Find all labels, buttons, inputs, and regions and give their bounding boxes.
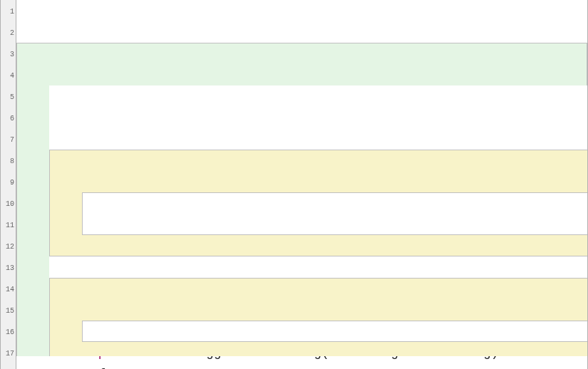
line-number: 6: [1, 108, 16, 130]
line-number: 2: [1, 23, 16, 44]
line-number: 15: [1, 301, 16, 322]
code-line: avdelningar.add(enAvdelning);: [16, 321, 587, 342]
code-line: {: [16, 64, 587, 85]
line-number: 8: [1, 151, 16, 172]
line-number: 16: [1, 322, 16, 343]
line-number-gutter: 1 2 3 4 5 6 7 8 9 10 11 12 13 14 15 16 1…: [1, 0, 16, 369]
code-line: }: [16, 235, 587, 256]
code-line: [16, 256, 587, 278]
line-number: 11: [1, 215, 16, 237]
line-number: 7: [1, 130, 16, 151]
code-line: [16, 21, 587, 43]
line-number: 13: [1, 258, 16, 279]
code-line: private ArrayList<Avdelning> avdelningar…: [16, 107, 587, 128]
line-number: 4: [1, 66, 16, 87]
line-number: 1: [1, 1, 16, 23]
code-line: public class Forskola: [16, 43, 587, 64]
line-number: 5: [1, 87, 16, 108]
line-number: 17: [1, 343, 16, 365]
line-number: 14: [1, 279, 16, 301]
code-line: {: [16, 299, 587, 321]
code-line: private String forskoleNamn;: [16, 85, 587, 107]
line-number: [1, 365, 16, 369]
line-number: 12: [1, 237, 16, 258]
code-line: avdelningar = new ArrayList<Avdelning>()…: [16, 214, 587, 235]
code-line: import java.util.ArrayList;: [16, 0, 587, 21]
line-number: 9: [1, 172, 16, 194]
line-number: 10: [1, 194, 16, 215]
code-line: this.forskoleNamn = forskoleNamn;: [16, 192, 587, 214]
code-line: public void laggTillAvdelning(Avdelning …: [16, 278, 587, 299]
code-line: [16, 128, 587, 150]
code-line: }: [16, 342, 587, 356]
code-line: public Forskola(String forskoleNamn): [16, 150, 587, 171]
code-area: import java.util.ArrayList; public class…: [16, 0, 587, 369]
code-line: {: [16, 171, 587, 192]
code-viewer: 1 2 3 4 5 6 7 8 9 10 11 12 13 14 15 16 1…: [0, 0, 588, 369]
line-number: 3: [1, 44, 16, 66]
